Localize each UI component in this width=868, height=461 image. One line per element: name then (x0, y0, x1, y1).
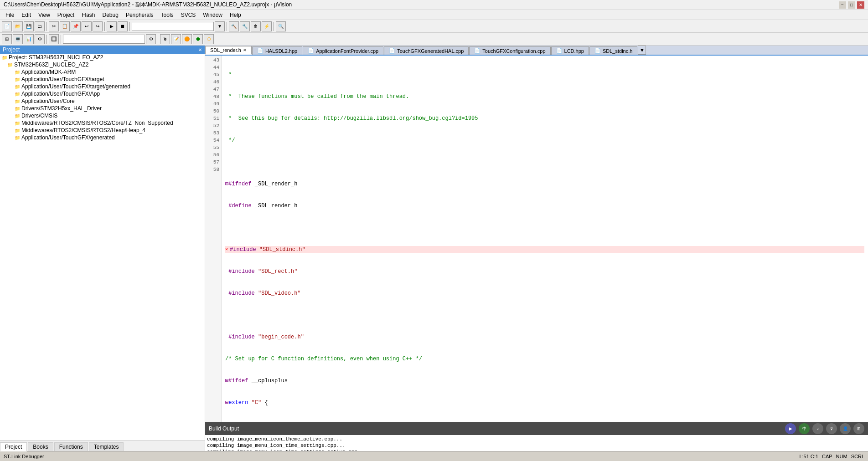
editor-tab-bar: SDL_render.h ✕ 📄 HALSDL2.hpp 📄 Applicati… (205, 46, 868, 56)
menu-item-view[interactable]: View (35, 11, 54, 19)
undo-button[interactable]: ↩ (82, 21, 92, 31)
tree-item-cmsis[interactable]: 📁 Drivers/CMSIS (0, 112, 205, 119)
sdl-render-tab-close[interactable]: ✕ (243, 48, 247, 52)
menu-item-file[interactable]: File (2, 11, 18, 19)
tree-drv-hal-label: Drivers/STM32H5xx_HAL_Driver (21, 105, 102, 112)
open-file-button[interactable]: 📂 (13, 21, 23, 31)
tree-item-tgfx-gen[interactable]: 📁 Application/User/TouchGFX/generated (0, 134, 205, 141)
code-line-50 (225, 224, 864, 231)
editor-tab-tgfxhal[interactable]: 📄 TouchGFXGeneratedHAL.cpp (384, 46, 469, 55)
editor-tab-tgfxconfig[interactable]: 📄 TouchGFXConfiguration.cpp (469, 46, 550, 55)
editor-tab-appfont[interactable]: 📄 ApplicationFontProvider.cpp (303, 46, 383, 55)
tgfxconfig-tab-label: TouchGFXConfiguration.cpp (482, 48, 545, 54)
status-num: NUM (836, 454, 847, 459)
save-all-button[interactable]: 🗂 (35, 21, 45, 31)
code-line-43: * (225, 71, 864, 78)
new-file-button[interactable]: 📄 (2, 21, 12, 31)
build-btn[interactable]: 🔨 (229, 21, 239, 31)
t2-btn9[interactable]: ⬢ (193, 34, 203, 44)
target-settings[interactable]: ⚙ (146, 34, 156, 44)
tab-overflow-button[interactable]: ▼ (638, 46, 646, 55)
tree-item-drivers-hal[interactable]: 📁 Drivers/STM32H5xx_HAL_Driver (0, 105, 205, 112)
folder-cmsis-icon: 📁 (15, 113, 20, 118)
paste-button[interactable]: 📌 (71, 21, 81, 31)
code-line-47 (225, 159, 864, 166)
tab-project[interactable]: Project (0, 442, 27, 451)
editor-tab-sdl-render[interactable]: SDL_render.h ✕ (205, 46, 252, 55)
tab-templates[interactable]: Templates (89, 442, 124, 451)
build-all-btn[interactable]: 🔧 (240, 21, 250, 31)
tgfxhal-tab-label: TouchGFXGeneratedHAL.cpp (397, 48, 464, 54)
t2-btn1[interactable]: ⊞ (2, 34, 12, 44)
tree-item-core[interactable]: 📁 Application/User/Core (0, 97, 205, 105)
code-line-45: * See this bug for details: http://bugzi… (225, 115, 864, 122)
tree-item-tgfx-app[interactable]: 📁 Application/User/TouchGFX/App (0, 90, 205, 97)
target-combo[interactable]: OV7725_Special_Effect (132, 22, 214, 31)
build-icon-4[interactable]: 🎙 (826, 423, 837, 434)
status-position: L:51 C:1 (799, 454, 818, 459)
clean-btn[interactable]: 🗑 (251, 21, 261, 31)
copy-button[interactable]: 📋 (60, 21, 70, 31)
status-caps: CAP (822, 454, 832, 459)
build-icon-1[interactable]: ▶ (785, 423, 796, 434)
target-input[interactable]: STM32H563ZI_NUCLEO_A↗ (63, 35, 145, 44)
t2-btn3[interactable]: 📊 (24, 34, 34, 44)
linenum-47: 47 (205, 86, 219, 93)
minimize-button[interactable]: − (839, 1, 846, 9)
build-icon-3[interactable]: ♪ (812, 423, 823, 434)
t2-btn2[interactable]: 💻 (13, 34, 23, 44)
t2-btn10[interactable]: ⬡ (204, 34, 214, 44)
menu-item-help[interactable]: Help (226, 11, 245, 19)
linenum-48: 48 (205, 93, 219, 100)
code-line-51: ✕ #include "SDL_stdinc.h" (225, 246, 864, 253)
run-button[interactable]: ▶ (107, 21, 117, 31)
linenum-54: 54 (205, 137, 219, 144)
build-icon-2[interactable]: 中 (799, 423, 810, 434)
t2-btn7[interactable]: 📝 (171, 34, 181, 44)
build-line-2: compiling image_menu_icon_time_settings_… (207, 449, 866, 451)
tree-item-tgfx-target[interactable]: 📁 Application/User/TouchGFX/target (0, 76, 205, 83)
tab-functions[interactable]: Functions (54, 442, 88, 451)
toolbar1: 📄 📂 💾 🗂 ✂ 📋 📌 ↩ ↪ ▶ ⏹ OV7725_Special_Eff… (0, 20, 868, 33)
tree-root-child[interactable]: 📁 STM32H563ZI_NUCLEO_AZ2 (0, 61, 205, 68)
folder-child-icon: 📁 (7, 62, 13, 67)
tree-item-mdk[interactable]: 📁 Application/MDK-ARM (0, 68, 205, 76)
editor-tab-halsdl2[interactable]: 📄 HALSDL2.hpp (252, 46, 302, 55)
t2-btn6[interactable]: 🖱 (160, 34, 170, 44)
debug-btn[interactable]: 🔍 (276, 21, 286, 31)
menu-item-peripherals[interactable]: Peripherals (122, 11, 157, 19)
cut-button[interactable]: ✂ (49, 21, 59, 31)
code-line-48: ⊟ #ifndef _SDL_render_h (225, 180, 864, 188)
t2-btn4[interactable]: ⚙ (35, 34, 45, 44)
build-icon-5[interactable]: 👤 (840, 423, 851, 434)
tree-item-rtos-core[interactable]: 📁 Middlewares/RTOS2/CMSIS/RTOS2/Core/TZ_… (0, 119, 205, 127)
build-content-area[interactable]: compiling image_menu_icon_theme_active.c… (205, 435, 868, 451)
build-icon-6[interactable]: ⊞ (853, 423, 864, 434)
save-button[interactable]: 💾 (24, 21, 34, 31)
tree-root[interactable]: 📁 Project: STM32H563ZI_NUCLEO_AZ2 (0, 54, 205, 61)
editor-tab-lcd[interactable]: 📄 LCD.hpp (551, 46, 589, 55)
tree-item-rtos-heap[interactable]: 📁 Middlewares/RTOS2/CMSIS/RTOS2/Heap/Hea… (0, 127, 205, 134)
tab-books[interactable]: Books (28, 442, 53, 451)
menu-item-project[interactable]: Project (54, 11, 78, 19)
menu-item-debug[interactable]: Debug (99, 11, 122, 19)
t2-btn8[interactable]: 🟠 (182, 34, 192, 44)
maximize-button[interactable]: □ (848, 1, 855, 9)
t2-btn5[interactable]: 🔲 (49, 34, 59, 44)
menu-item-tools[interactable]: Tools (157, 11, 177, 19)
menu-item-svcs[interactable]: SVCS (177, 11, 200, 19)
menu-item-edit[interactable]: Edit (18, 11, 35, 19)
menu-item-window[interactable]: Window (199, 11, 226, 19)
editor-tab-sdlstdinc[interactable]: 📄 SDL_stdinc.h (589, 46, 637, 55)
menu-item-flash[interactable]: Flash (78, 11, 98, 19)
project-close-icon[interactable]: ✕ (198, 47, 202, 52)
linenum-49: 49 (205, 100, 219, 108)
redo-button[interactable]: ↪ (93, 21, 103, 31)
tree-item-tgfx-target-gen[interactable]: 📁 Application/User/TouchGFX/target/gener… (0, 83, 205, 90)
combo-arrow[interactable]: ▼ (215, 21, 225, 31)
stop-button[interactable]: ⏹ (118, 21, 128, 31)
flash-btn[interactable]: ⚡ (262, 21, 272, 31)
close-button[interactable]: ✕ (857, 1, 864, 9)
code-line-54 (225, 312, 864, 319)
code-content[interactable]: * * These functions must be called from … (222, 56, 868, 422)
